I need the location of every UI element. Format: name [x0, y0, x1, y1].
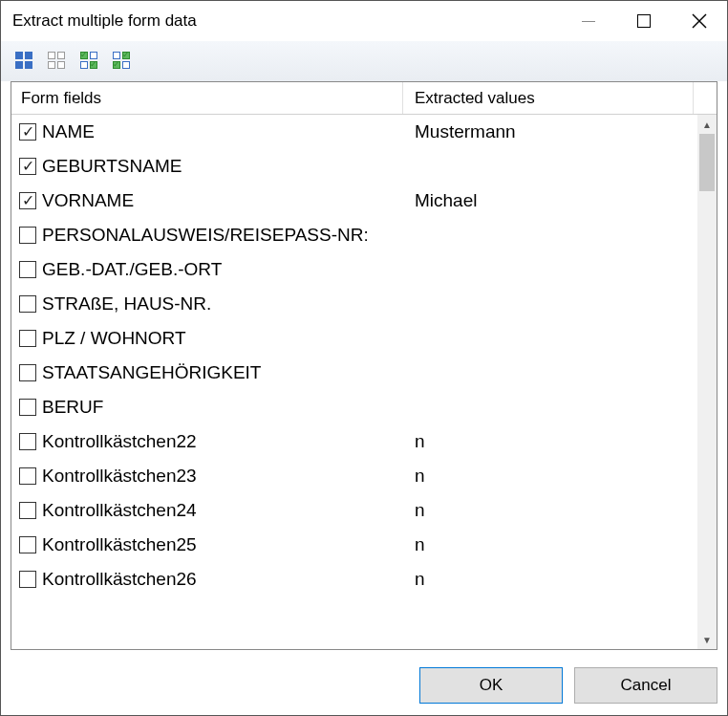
field-name: Kontrollkästchen22 — [42, 431, 197, 452]
column-headers: Form fields Extracted values — [11, 82, 717, 115]
field-name: VORNAME — [42, 190, 134, 211]
field-name: STAATSANGEHÖRIGKEIT — [42, 362, 261, 383]
list-item[interactable]: GEBURTSNAME — [11, 149, 697, 184]
list-item[interactable]: VORNAMEMichael — [11, 184, 697, 218]
column-header-fields[interactable]: Form fields — [11, 82, 403, 114]
field-value: n — [403, 466, 697, 487]
field-value: n — [403, 500, 697, 521]
dialog-buttons: OK Cancel — [1, 656, 727, 715]
field-value: Michael — [403, 190, 697, 211]
checkbox[interactable] — [19, 158, 36, 175]
invert-selection-icon[interactable] — [108, 47, 135, 74]
checkbox[interactable] — [19, 295, 36, 313]
titlebar: Extract multiple form data — [1, 1, 727, 41]
checkbox[interactable] — [19, 536, 36, 553]
scroll-thumb[interactable] — [699, 134, 715, 191]
list-item[interactable]: Kontrollkästchen25n — [11, 528, 697, 562]
checkbox[interactable] — [19, 192, 36, 209]
close-button[interactable] — [672, 1, 727, 41]
maximize-button[interactable] — [616, 1, 672, 41]
checkbox[interactable] — [19, 467, 36, 485]
field-value: n — [403, 569, 697, 590]
close-icon — [692, 13, 707, 29]
list-item[interactable]: STAATSANGEHÖRIGKEIT — [11, 356, 697, 390]
window-title: Extract multiple form data — [12, 11, 561, 31]
scroll-track[interactable] — [697, 134, 717, 630]
field-value: Mustermann — [403, 121, 697, 142]
column-header-values[interactable]: Extracted values — [403, 82, 694, 114]
select-none-icon[interactable] — [43, 47, 70, 74]
toggle-selection-icon[interactable] — [75, 47, 102, 74]
checkbox[interactable] — [19, 433, 36, 450]
field-name: Kontrollkästchen26 — [42, 569, 197, 590]
list-item[interactable]: BERUF — [11, 390, 697, 424]
field-name: GEBURTSNAME — [42, 156, 182, 177]
field-name: Kontrollkästchen23 — [42, 466, 197, 487]
list-item[interactable]: PERSONALAUSWEIS/REISEPASS-NR: — [11, 218, 697, 252]
form-fields-list: Form fields Extracted values NAMEMusterm… — [11, 81, 717, 650]
field-value: n — [403, 534, 697, 555]
list-item[interactable]: STRAßE, HAUS-NR. — [11, 287, 697, 321]
field-name: GEB.-DAT./GEB.-ORT — [42, 259, 222, 280]
field-value: n — [403, 431, 697, 452]
list-item[interactable]: Kontrollkästchen23n — [11, 459, 697, 493]
list-item[interactable]: NAMEMustermann — [11, 115, 697, 149]
toolbar — [1, 41, 727, 81]
list-item[interactable]: Kontrollkästchen22n — [11, 424, 697, 459]
checkbox[interactable] — [19, 261, 36, 278]
cancel-button[interactable]: Cancel — [574, 667, 717, 704]
list-item[interactable]: Kontrollkästchen26n — [11, 562, 697, 597]
scroll-up-arrow-icon[interactable]: ▲ — [697, 115, 717, 134]
field-name: BERUF — [42, 397, 103, 418]
scrollbar[interactable]: ▲ ▼ — [697, 115, 717, 649]
list-item[interactable]: PLZ / WOHNORT — [11, 321, 697, 356]
checkbox[interactable] — [19, 502, 36, 519]
field-name: Kontrollkästchen25 — [42, 534, 197, 555]
minimize-button[interactable] — [561, 1, 616, 41]
scroll-down-arrow-icon[interactable]: ▼ — [697, 630, 717, 649]
rows-container: NAMEMustermannGEBURTSNAMEVORNAMEMichaelP… — [11, 115, 697, 649]
select-all-icon[interactable] — [11, 47, 37, 74]
field-name: STRAßE, HAUS-NR. — [42, 293, 211, 315]
checkbox[interactable] — [19, 330, 36, 347]
field-name: PERSONALAUSWEIS/REISEPASS-NR: — [42, 225, 369, 246]
checkbox[interactable] — [19, 571, 36, 588]
checkbox[interactable] — [19, 123, 36, 141]
checkbox[interactable] — [19, 364, 36, 381]
checkbox[interactable] — [19, 399, 36, 416]
field-name: Kontrollkästchen24 — [42, 500, 197, 521]
list-item[interactable]: GEB.-DAT./GEB.-ORT — [11, 252, 697, 287]
list-item[interactable]: Kontrollkästchen24n — [11, 493, 697, 528]
field-name: PLZ / WOHNORT — [42, 328, 186, 349]
content-area: Form fields Extracted values NAMEMusterm… — [1, 81, 727, 656]
checkbox[interactable] — [19, 227, 36, 244]
ok-button[interactable]: OK — [419, 667, 563, 704]
field-name: NAME — [42, 121, 95, 142]
